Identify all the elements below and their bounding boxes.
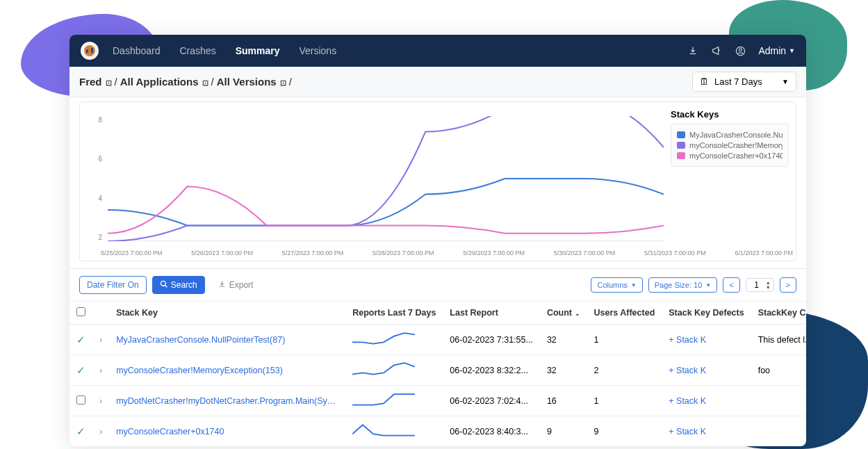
check-icon: ✓ <box>76 364 85 376</box>
expand-toggle[interactable]: › <box>92 325 109 355</box>
breadcrumb: Fred ⊡ / All Applications ⊡ / All Versio… <box>79 76 292 88</box>
comment-cell <box>751 386 806 416</box>
col-defects[interactable]: Stack Key Defects <box>662 302 751 325</box>
calendar-icon: 🗓 <box>700 76 709 87</box>
comment-cell: foo <box>751 355 806 386</box>
breadcrumb-item[interactable]: All Applications ⊡ <box>120 76 208 88</box>
table-row: ✓›myConsoleCrasher+0x174006-02-2023 8:40… <box>69 416 806 447</box>
comment-cell: This defect l... <box>751 325 806 355</box>
breadcrumb-sep: / <box>211 76 214 88</box>
comment-cell <box>751 416 806 447</box>
page-size-button[interactable]: Page Size: 10 ▼ <box>648 277 717 293</box>
chevron-down-icon: ▼ <box>631 282 637 288</box>
stack-key-link[interactable]: myConsoleCrasher+0x1740 <box>109 416 345 447</box>
expand-header <box>92 302 109 325</box>
line-chart <box>108 116 664 241</box>
legend-title: Stack Keys <box>671 109 789 120</box>
stack-key-link[interactable]: MyJavaCrasherConsole.NullPointerTest(87) <box>109 325 345 355</box>
date-filter-button[interactable]: Date Filter On <box>79 276 147 294</box>
breadcrumb-bar: Fred ⊡ / All Applications ⊡ / All Versio… <box>69 67 806 97</box>
table-row: ✓›myConsoleCrasher!MemoryException(153)0… <box>69 355 806 386</box>
admin-dropdown[interactable]: Admin ▼ <box>758 45 795 56</box>
columns-button[interactable]: Columns ▼ <box>591 277 642 293</box>
breadcrumb-item[interactable]: Fred ⊡ <box>79 76 112 88</box>
chevron-down-icon: ▼ <box>705 282 711 288</box>
users-cell: 1 <box>587 386 662 416</box>
chart-area: 8 6 4 2 5/25/2023 7:00:00 PM 5/26/2023 7… <box>79 101 796 261</box>
defect-link[interactable]: + Stack K <box>662 386 751 416</box>
last-report-cell: 06-02-2023 7:02:4... <box>443 386 540 416</box>
breadcrumb-item[interactable]: All Versions ⊡ <box>217 76 286 88</box>
download-icon[interactable] <box>687 45 698 56</box>
sparkline-cell <box>345 325 443 355</box>
svg-point-0 <box>84 45 95 56</box>
expand-toggle[interactable]: › <box>92 416 109 447</box>
search-button[interactable]: Search <box>152 276 205 294</box>
defect-link[interactable]: + Stack K <box>662 416 751 447</box>
date-range-picker[interactable]: 🗓 Last 7 Days ▼ <box>692 72 796 92</box>
stepper-arrows[interactable]: ▲▼ <box>766 280 771 290</box>
legend-item[interactable]: MyJavaCrasherConsole.Null... <box>677 131 783 139</box>
app-logo[interactable] <box>81 42 99 60</box>
next-page-button[interactable]: > <box>780 277 796 293</box>
row-check-cell[interactable]: ✓ <box>69 416 92 447</box>
svg-point-4 <box>739 48 742 51</box>
export-button[interactable]: Export <box>211 276 261 294</box>
legend-item[interactable]: myConsoleCrasher!Memory... <box>677 141 783 149</box>
defect-link[interactable]: + Stack K <box>662 325 751 355</box>
count-cell: 9 <box>540 416 587 447</box>
x-axis-ticks: 5/25/2023 7:00:00 PM 5/26/2023 7:00:00 P… <box>80 250 796 256</box>
chart-panel: 8 6 4 2 5/25/2023 7:00:00 PM 5/26/2023 7… <box>69 97 806 269</box>
dropdown-icon: ⊡ <box>104 79 112 87</box>
nav-links: Dashboard Crashes Summary Versions <box>113 45 336 56</box>
dropdown-icon: ⊡ <box>278 79 286 87</box>
expand-toggle[interactable]: › <box>92 355 109 386</box>
page-number-input[interactable]: ▲▼ <box>746 278 774 292</box>
expand-toggle[interactable]: › <box>92 386 109 416</box>
row-check-cell[interactable] <box>69 386 92 416</box>
nav-summary[interactable]: Summary <box>236 45 280 56</box>
sparkline-cell <box>345 416 443 447</box>
legend-item[interactable]: myConsoleCrasher+0x1740 <box>677 152 783 160</box>
chevron-down-icon: ⌄ <box>575 310 580 317</box>
col-stack-key[interactable]: Stack Key <box>109 302 345 325</box>
page-number-field[interactable] <box>749 280 764 290</box>
user-circle-icon[interactable] <box>735 45 746 56</box>
row-check-cell[interactable]: ✓ <box>69 325 92 355</box>
stack-key-link[interactable]: myDotNetCrasher!myDotNetCrasher.Program.… <box>109 386 345 416</box>
row-checkbox[interactable] <box>76 395 85 405</box>
svg-point-6 <box>161 281 165 286</box>
select-all-checkbox[interactable] <box>76 307 85 316</box>
svg-rect-2 <box>91 48 93 53</box>
breadcrumb-sep: / <box>115 76 117 88</box>
table-row: ✓›MyJavaCrasherConsole.NullPointerTest(8… <box>69 325 806 355</box>
stack-key-link[interactable]: myConsoleCrasher!MemoryException(153) <box>109 355 345 386</box>
last-report-cell: 06-02-2023 8:40:3... <box>443 416 540 447</box>
check-icon: ✓ <box>76 425 85 437</box>
col-users[interactable]: Users Affected <box>587 302 662 325</box>
last-report-cell: 06-02-2023 8:32:2... <box>443 355 540 386</box>
count-cell: 32 <box>540 325 587 355</box>
select-all-header[interactable] <box>69 302 92 325</box>
row-check-cell[interactable]: ✓ <box>69 355 92 386</box>
col-last-report[interactable]: Last Report <box>443 302 540 325</box>
top-navbar: Dashboard Crashes Summary Versions Admin… <box>69 35 806 67</box>
nav-versions[interactable]: Versions <box>299 45 336 56</box>
svg-rect-1 <box>86 49 88 53</box>
check-icon: ✓ <box>76 334 85 345</box>
results-table: Stack Key Reports Last 7 Days Last Repor… <box>69 301 806 446</box>
col-count[interactable]: Count ⌄ <box>540 302 587 325</box>
chart-legend: Stack Keys MyJavaCrasherConsole.Null... … <box>671 109 789 167</box>
prev-page-button[interactable]: < <box>723 277 739 293</box>
nav-dashboard[interactable]: Dashboard <box>113 45 161 56</box>
announce-icon[interactable] <box>711 45 722 56</box>
table-row: ›myDotNetCrasher!myDotNetCrasher.Program… <box>69 386 806 416</box>
search-icon <box>160 280 167 290</box>
col-comments[interactable]: StackKey Comments <box>751 302 806 325</box>
sparkline-cell <box>345 355 443 386</box>
defect-link[interactable]: + Stack K <box>662 355 751 386</box>
chevron-down-icon: ▼ <box>789 47 795 54</box>
nav-crashes[interactable]: Crashes <box>180 45 216 56</box>
col-reports[interactable]: Reports Last 7 Days <box>345 302 443 325</box>
chevron-down-icon: ▼ <box>782 78 789 85</box>
